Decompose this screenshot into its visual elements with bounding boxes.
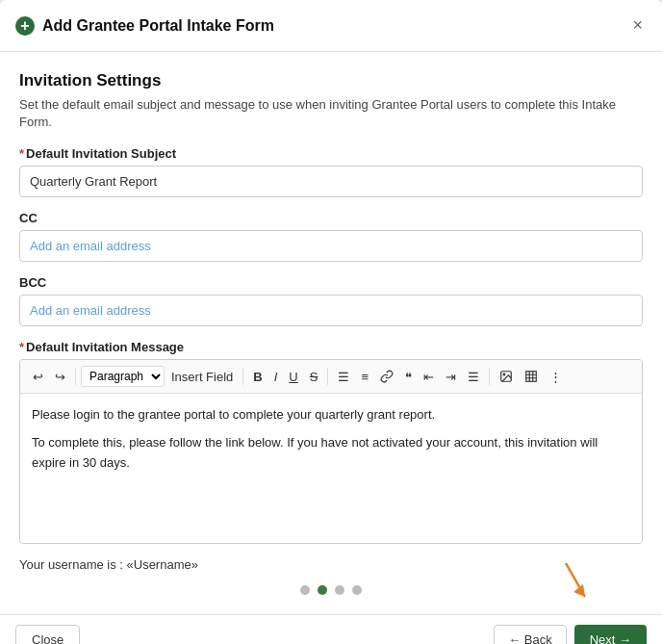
indent-increase-button[interactable]: ⇥ [441,367,461,387]
toolbar-separator-1 [75,368,76,385]
align-button[interactable]: ☰ [463,367,484,387]
toolbar-separator-4 [489,368,490,385]
bcc-input[interactable] [19,295,643,326]
arrow-annotation [556,563,595,615]
close-button[interactable]: Close [15,625,80,644]
cc-field-group: CC [19,211,643,262]
pagination-dot-3[interactable] [335,585,344,595]
quote-button[interactable]: ❝ [400,367,417,387]
editor-content[interactable]: Please login to the grantee portal to co… [20,394,642,543]
redo-button[interactable]: ↪ [50,367,70,387]
modal-container: + Add Grantee Portal Intake Form × Invit… [0,0,662,644]
unordered-list-button[interactable]: ≡ [356,367,373,387]
modal-title-area: + Add Grantee Portal Intake Form [15,16,274,36]
bcc-label: BCC [19,275,643,290]
modal-footer: Close ← Back Next → [0,614,662,644]
section-title: Invitation Settings [19,71,643,90]
ordered-list-button[interactable]: ☰ [333,367,354,387]
modal-close-button[interactable]: × [628,12,647,39]
undo-button[interactable]: ↩ [28,367,48,387]
insert-field-button[interactable]: Insert Field [166,367,238,387]
subject-input[interactable] [19,166,643,197]
bold-button[interactable]: B [248,367,267,387]
subject-field-group: *Default Invitation Subject [19,146,643,197]
pagination-dot-1[interactable] [300,585,310,595]
image-button[interactable] [495,367,518,386]
message-field-group: *Default Invitation Message ↩ ↪ Paragrap… [19,340,643,544]
strikethrough-button[interactable]: S [305,367,323,387]
editor-paragraph-1: Please login to the grantee portal to co… [32,405,630,425]
indent-decrease-button[interactable]: ⇤ [419,367,439,387]
underline-button[interactable]: U [284,367,302,387]
pagination-dot-2[interactable] [318,585,327,595]
plus-icon: + [15,16,35,36]
rich-text-editor: ↩ ↪ Paragraph Heading 1 Heading 2 Insert… [19,359,643,544]
paragraph-select[interactable]: Paragraph Heading 1 Heading 2 [81,366,165,387]
editor-toolbar: ↩ ↪ Paragraph Heading 1 Heading 2 Insert… [20,360,642,394]
table-button[interactable] [520,367,543,386]
toolbar-separator-2 [242,368,243,385]
italic-button[interactable]: I [269,367,283,387]
message-required-star: * [19,340,24,354]
cc-label: CC [19,211,643,225]
svg-rect-2 [526,372,537,382]
link-button[interactable] [375,367,398,386]
footer-right-buttons: ← Back Next → [494,625,647,644]
next-button[interactable]: Next → [574,625,647,644]
editor-paragraph-2: To complete this, please follow the link… [32,433,630,474]
pagination-dot-4[interactable] [352,585,362,595]
more-options-button[interactable]: ⋮ [545,367,567,387]
bcc-field-group: BCC [19,275,643,326]
modal-title: Add Grantee Portal Intake Form [42,17,274,35]
subject-required-star: * [19,146,24,161]
cc-input[interactable] [19,230,643,262]
modal-header: + Add Grantee Portal Intake Form × [0,0,662,52]
subject-label: *Default Invitation Subject [19,146,643,161]
toolbar-separator-3 [327,368,328,385]
section-description: Set the default email subject and messag… [19,96,643,131]
footer-note: Your username is : «Username» [19,557,643,572]
message-label: *Default Invitation Message [19,340,643,354]
modal-body: Invitation Settings Set the default emai… [0,52,662,614]
back-button[interactable]: ← Back [494,625,567,644]
pagination-dots [19,572,643,605]
svg-point-1 [503,374,505,375]
